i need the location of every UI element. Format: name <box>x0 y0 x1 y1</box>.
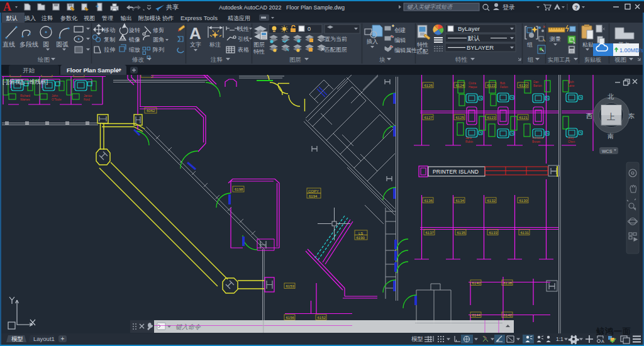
svg-text:北: 北 <box>608 93 614 100</box>
svg-text:直线: 直线 <box>3 41 15 48</box>
svg-text:6126: 6126 <box>425 84 433 87</box>
svg-text:附加模块: 附加模块 <box>138 15 161 21</box>
svg-text:输出: 输出 <box>120 15 132 21</box>
svg-text:BYLAYER: BYLAYER <box>467 44 494 51</box>
svg-text:6153: 6153 <box>286 284 295 288</box>
svg-text:模型: 模型 <box>411 335 423 342</box>
svg-text:阵列: 阵列 <box>153 47 164 53</box>
svg-text:键入关键字或短语: 键入关键字或短语 <box>407 4 453 10</box>
svg-text:A: A <box>3 1 11 13</box>
svg-text:缩放: 缩放 <box>129 47 140 53</box>
svg-text:O'Toole: O'Toole <box>52 98 62 101</box>
svg-text:6194: 6194 <box>309 194 318 198</box>
svg-text:编辑: 编辑 <box>394 37 406 43</box>
svg-text:6156: 6156 <box>286 316 295 320</box>
svg-text:标注: 标注 <box>209 42 221 48</box>
svg-text:拉伸: 拉伸 <box>104 47 115 53</box>
svg-text:LS: LS <box>358 232 363 235</box>
svg-text:Haque: Haque <box>469 86 477 89</box>
svg-text:剪贴板: 剪贴板 <box>584 57 601 63</box>
svg-text:Floor Plan Sample*: Floor Plan Sample* <box>67 67 121 74</box>
svg-text:WCS: WCS <box>602 149 613 153</box>
svg-text:Wames: Wames <box>20 98 30 101</box>
svg-text:John: John <box>52 94 58 98</box>
svg-text:6138: 6138 <box>504 281 513 285</box>
svg-text:复制: 复制 <box>104 36 115 43</box>
svg-text:匹配图层: 匹配图层 <box>325 47 347 53</box>
svg-text:绘图: 绘图 <box>38 56 50 63</box>
svg-text:块: 块 <box>379 56 386 63</box>
svg-text:创建: 创建 <box>394 27 406 33</box>
svg-text:线性: 线性 <box>238 26 249 32</box>
svg-text:Lane: Lane <box>568 84 575 87</box>
svg-text:Janice: Janice <box>84 94 92 98</box>
svg-text:特性: 特性 <box>417 42 428 48</box>
svg-text:测量: 测量 <box>549 36 561 42</box>
svg-text:协作: 协作 <box>162 15 174 21</box>
svg-text:修剪: 修剪 <box>153 27 164 33</box>
svg-text:镜像: 镜像 <box>128 36 140 43</box>
svg-text:模型: 模型 <box>11 335 23 342</box>
svg-text:插入: 插入 <box>24 15 36 21</box>
svg-text:COPY: COPY <box>308 189 319 193</box>
svg-text:键入命令: 键入命令 <box>175 323 201 330</box>
svg-text:Fallon: Fallon <box>500 86 508 89</box>
svg-text:东: 东 <box>628 113 635 120</box>
svg-text:Floor Plan Sample.dwg: Floor Plan Sample.dwg <box>286 4 345 11</box>
svg-text:6136: 6136 <box>425 199 433 203</box>
svg-text:6190: 6190 <box>357 236 365 240</box>
svg-text:6132: 6132 <box>487 199 496 203</box>
svg-text:6122: 6122 <box>487 84 496 87</box>
svg-text:默认: 默认 <box>6 15 18 21</box>
svg-text:6123: 6123 <box>487 116 496 120</box>
svg-text:图层: 图层 <box>253 42 265 48</box>
svg-text:PRINTER ISLAND: PRINTER ISLAND <box>433 169 479 175</box>
svg-text:6120: 6120 <box>519 84 528 87</box>
svg-text:1:1: 1:1 <box>556 336 564 342</box>
svg-text:旋转: 旋转 <box>129 27 140 33</box>
svg-text:匹配: 匹配 <box>417 48 428 55</box>
svg-text:6144: 6144 <box>472 313 481 317</box>
svg-text:编辑属性: 编辑属性 <box>394 47 417 53</box>
svg-text:圆弧: 圆弧 <box>56 41 69 48</box>
svg-text:Chen: Chen <box>568 140 575 143</box>
svg-text:多段线: 多段线 <box>19 41 38 48</box>
svg-text:0: 0 <box>308 26 311 32</box>
svg-text:6137: 6137 <box>426 231 435 235</box>
svg-text:6121: 6121 <box>519 116 528 120</box>
svg-text:组: 组 <box>527 42 533 48</box>
svg-text:Brown: Brown <box>532 140 540 143</box>
svg-text:表格: 表格 <box>237 47 249 53</box>
svg-text:默认: 默认 <box>467 35 480 42</box>
svg-text:6198: 6198 <box>235 187 243 191</box>
svg-text:[-][俯视][二维线框]: [-][俯视][二维线框] <box>3 79 48 85</box>
svg-text:精选应用: 精选应用 <box>228 15 250 21</box>
svg-text:共享: 共享 <box>166 4 179 11</box>
svg-text:6124: 6124 <box>456 84 465 87</box>
svg-text:注释: 注释 <box>210 56 223 63</box>
svg-text:西: 西 <box>586 113 592 120</box>
svg-text:1.00MB/s: 1.00MB/s <box>619 47 644 53</box>
svg-text:视图: 视图 <box>84 15 95 21</box>
svg-text:Bob: Bob <box>500 82 506 85</box>
svg-text:6133: 6133 <box>489 231 498 235</box>
svg-text:A: A <box>601 339 604 343</box>
svg-text:修改: 修改 <box>131 56 145 63</box>
svg-text:文字: 文字 <box>190 42 201 48</box>
svg-text:特性: 特性 <box>455 56 468 63</box>
svg-text:6152: 6152 <box>318 316 326 320</box>
svg-text:Civira: Civira <box>469 82 476 85</box>
svg-text:注释: 注释 <box>42 15 53 21</box>
svg-text:Richard: Richard <box>20 94 30 98</box>
svg-text:Rich: Rich <box>568 81 574 84</box>
svg-text:参数化: 参数化 <box>60 15 78 21</box>
svg-text:开始: 开始 <box>23 67 35 74</box>
svg-text:6125: 6125 <box>456 116 465 120</box>
svg-text:6130: 6130 <box>519 199 528 203</box>
svg-text:Layout1: Layout1 <box>33 335 55 342</box>
svg-text:视图: 视图 <box>614 56 626 63</box>
svg-text:Ford: Ford <box>84 98 90 101</box>
svg-text:+: + <box>61 335 65 342</box>
svg-text:实用工具: 实用工具 <box>548 57 570 63</box>
svg-text:管理: 管理 <box>102 15 113 21</box>
